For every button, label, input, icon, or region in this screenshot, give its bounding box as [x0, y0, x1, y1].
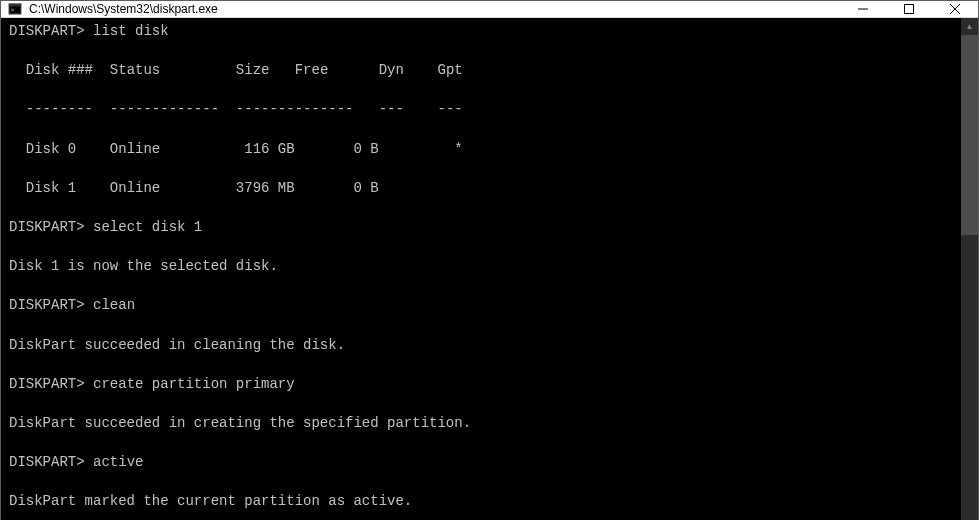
cmd-clean: clean: [93, 297, 135, 313]
msg-clean: DiskPart succeeded in cleaning the disk.: [9, 336, 953, 356]
console-area: DISKPART> list disk Disk ### Status Size…: [1, 18, 978, 520]
app-window: >_ C:\Windows\System32\diskpart.exe DISK…: [0, 0, 979, 520]
scroll-up-arrow-icon[interactable]: ▲: [961, 18, 978, 35]
prompt: DISKPART>: [9, 376, 85, 392]
cmd-create-partition: create partition primary: [93, 376, 295, 392]
scroll-thumb[interactable]: [961, 35, 978, 235]
cmd-active: active: [93, 454, 143, 470]
window-title: C:\Windows\System32\diskpart.exe: [29, 2, 840, 16]
msg-active: DiskPart marked the current partition as…: [9, 492, 953, 512]
app-icon: >_: [7, 1, 23, 17]
msg-create-partition: DiskPart succeeded in creating the speci…: [9, 414, 953, 434]
table-separator: -------- ------------- -------------- --…: [9, 100, 953, 120]
cmd-select-disk: select disk 1: [93, 219, 202, 235]
prompt: DISKPART>: [9, 454, 85, 470]
maximize-button[interactable]: [886, 1, 932, 17]
svg-text:>_: >_: [11, 6, 19, 14]
svg-rect-4: [905, 5, 914, 14]
close-button[interactable]: [932, 1, 978, 17]
vertical-scrollbar[interactable]: ▲: [961, 18, 978, 520]
cmd-list-disk: list disk: [93, 23, 169, 39]
msg-selected-disk: Disk 1 is now the selected disk.: [9, 257, 953, 277]
table-header: Disk ### Status Size Free Dyn Gpt: [9, 61, 953, 81]
prompt: DISKPART>: [9, 23, 85, 39]
titlebar[interactable]: >_ C:\Windows\System32\diskpart.exe: [1, 1, 978, 18]
window-controls: [840, 1, 978, 17]
table-row: Disk 0 Online 116 GB 0 B *: [9, 140, 953, 160]
minimize-button[interactable]: [840, 1, 886, 17]
console-output[interactable]: DISKPART> list disk Disk ### Status Size…: [1, 18, 961, 520]
prompt: DISKPART>: [9, 297, 85, 313]
prompt: DISKPART>: [9, 219, 85, 235]
table-row: Disk 1 Online 3796 MB 0 B: [9, 179, 953, 199]
